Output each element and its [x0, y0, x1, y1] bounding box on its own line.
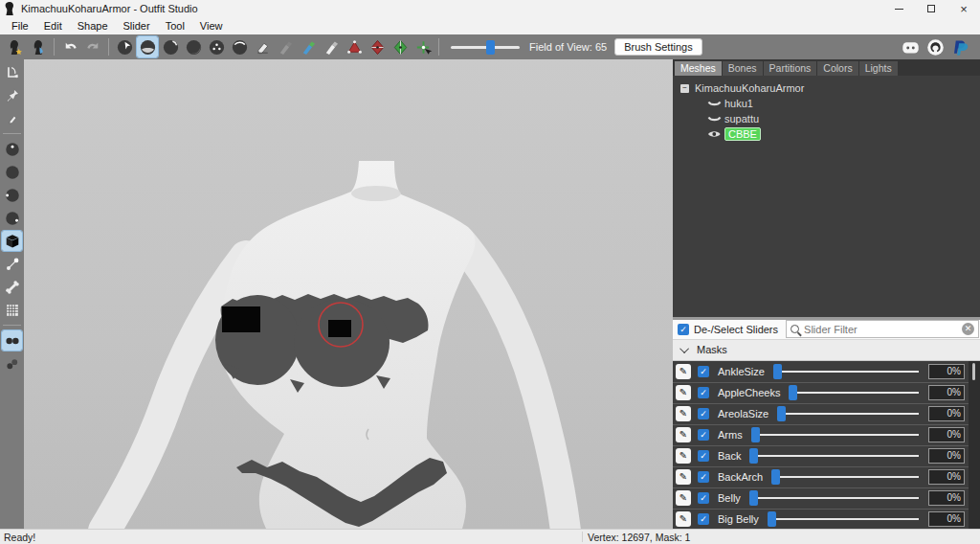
edit-slider-icon[interactable]: ✎	[676, 490, 691, 506]
edit-slider-icon[interactable]: ✎	[676, 406, 691, 421]
slider-value[interactable]: 0%	[928, 448, 965, 464]
toggle-perspective-icon[interactable]	[2, 231, 22, 251]
tree-root-row[interactable]: − KimachuuKoharuArmor	[680, 82, 972, 94]
collapse-vertex-icon[interactable]	[344, 36, 365, 57]
edit-slider-icon[interactable]: ✎	[676, 469, 691, 485]
toggle-merge-icon[interactable]	[2, 353, 22, 374]
tab-bones[interactable]: Bones	[723, 61, 763, 76]
move-brush-icon[interactable]	[229, 36, 250, 57]
fov-slider-thumb[interactable]	[486, 40, 495, 55]
tab-colors[interactable]: Colors	[817, 61, 858, 76]
slider-track[interactable]	[768, 518, 919, 520]
load-reference-icon[interactable]	[28, 36, 49, 57]
inflate-brush-icon[interactable]	[160, 36, 181, 57]
slider-thumb[interactable]	[789, 385, 797, 400]
slider-value[interactable]: 0%	[928, 511, 965, 527]
brush-settings-button[interactable]: Brush Settings	[614, 38, 702, 56]
edit-slider-icon[interactable]: ✎	[676, 385, 691, 400]
color-brush-icon[interactable]	[298, 36, 319, 57]
slider-value[interactable]: 0%	[928, 469, 965, 485]
maximize-button[interactable]	[915, 0, 947, 17]
collapse-icon[interactable]: −	[680, 84, 689, 93]
slider-thumb[interactable]	[768, 511, 776, 527]
mesh-item-cbbe[interactable]: CBBE	[707, 126, 972, 141]
mask-brush-icon[interactable]	[137, 36, 158, 57]
slider-checkbox[interactable]: ✓	[698, 387, 709, 398]
slider-thumb[interactable]	[751, 427, 760, 442]
brush-dot-right-icon[interactable]	[2, 208, 22, 228]
brush-solid-icon[interactable]	[2, 162, 22, 182]
slider-filter-input[interactable]	[799, 324, 962, 335]
slider-value[interactable]: 0%	[928, 406, 965, 421]
menu-file[interactable]: File	[4, 19, 36, 33]
slider-value[interactable]: 0%	[928, 385, 965, 400]
eye-closed-icon[interactable]	[707, 99, 722, 108]
toggle-pose-icon[interactable]	[2, 277, 22, 297]
flip-edge-icon[interactable]	[367, 36, 388, 57]
slider-checkbox[interactable]: ✓	[698, 366, 709, 377]
menu-tool[interactable]: Tool	[158, 19, 192, 33]
slider-checkbox[interactable]: ✓	[698, 492, 709, 504]
slider-track[interactable]	[749, 455, 919, 457]
weight-brush-icon[interactable]	[275, 36, 296, 57]
slider-checkbox[interactable]: ✓	[698, 408, 709, 419]
edit-slider-icon[interactable]: ✎	[676, 427, 691, 442]
toggle-rotation-center-icon[interactable]	[2, 62, 22, 82]
pin-shape-icon[interactable]	[2, 85, 22, 105]
tab-partitions[interactable]: Partitions	[764, 61, 817, 76]
slider-thumb[interactable]	[749, 490, 758, 506]
quick-brush-icon[interactable]	[2, 108, 22, 128]
scrollbar-thumb[interactable]	[972, 363, 975, 380]
erase-brush-icon[interactable]	[252, 36, 273, 57]
slider-value[interactable]: 0%	[928, 427, 965, 442]
edit-slider-icon[interactable]: ✎	[676, 364, 691, 379]
slider-value[interactable]: 0%	[928, 490, 965, 506]
toggle-grid-icon[interactable]	[2, 300, 22, 320]
brush-dot-center-icon[interactable]	[2, 139, 22, 159]
viewport-3d[interactable]	[24, 59, 673, 529]
deselect-sliders-checkbox[interactable]: ✓	[678, 324, 689, 335]
slider-track[interactable]	[789, 392, 919, 394]
tab-lights[interactable]: Lights	[859, 61, 898, 76]
mesh-item-huku1[interactable]: huku1	[707, 96, 972, 110]
slider-thumb[interactable]	[777, 406, 786, 421]
slider-track[interactable]	[749, 497, 919, 499]
smooth-brush-icon[interactable]	[206, 36, 227, 57]
menu-edit[interactable]: Edit	[36, 19, 70, 33]
eye-closed-icon[interactable]	[707, 114, 722, 124]
split-edge-icon[interactable]	[390, 36, 411, 57]
fov-slider[interactable]	[451, 46, 520, 49]
slider-checkbox[interactable]: ✓	[698, 513, 709, 525]
slider-track[interactable]	[777, 413, 919, 415]
alpha-brush-icon[interactable]	[321, 36, 342, 57]
clear-filter-icon[interactable]: ✕	[962, 323, 974, 335]
move-vertex-icon[interactable]	[412, 36, 434, 57]
menu-slider[interactable]: Slider	[116, 19, 158, 33]
mesh-item-supattu[interactable]: supattu	[707, 111, 972, 125]
minimize-button[interactable]	[882, 0, 915, 17]
select-tool-icon[interactable]	[114, 36, 135, 57]
slider-checkbox[interactable]: ✓	[698, 429, 709, 441]
toggle-pair-icon[interactable]	[2, 330, 22, 351]
redo-icon[interactable]	[82, 36, 103, 57]
paypal-icon[interactable]	[951, 38, 969, 57]
github-icon[interactable]	[926, 38, 945, 57]
menu-shape[interactable]: Shape	[70, 19, 116, 33]
slider-thumb[interactable]	[749, 448, 758, 464]
close-button[interactable]: ×	[947, 0, 980, 17]
slider-value[interactable]: 0%	[928, 364, 965, 379]
menu-view[interactable]: View	[192, 19, 231, 33]
slider-scrollbar[interactable]	[969, 361, 980, 530]
slider-track[interactable]	[773, 371, 919, 373]
eye-open-icon[interactable]	[707, 129, 722, 139]
edit-slider-icon[interactable]: ✎	[676, 511, 691, 527]
load-project-icon[interactable]	[5, 36, 26, 57]
slider-checkbox[interactable]: ✓	[698, 450, 709, 462]
undo-icon[interactable]	[59, 36, 80, 57]
brush-dot-left-icon[interactable]	[2, 185, 22, 205]
vertex-edit-icon[interactable]	[2, 254, 22, 274]
slider-checkbox[interactable]: ✓	[698, 471, 709, 483]
slider-track[interactable]	[771, 476, 919, 478]
slider-track[interactable]	[751, 434, 919, 436]
slider-thumb[interactable]	[771, 469, 780, 485]
